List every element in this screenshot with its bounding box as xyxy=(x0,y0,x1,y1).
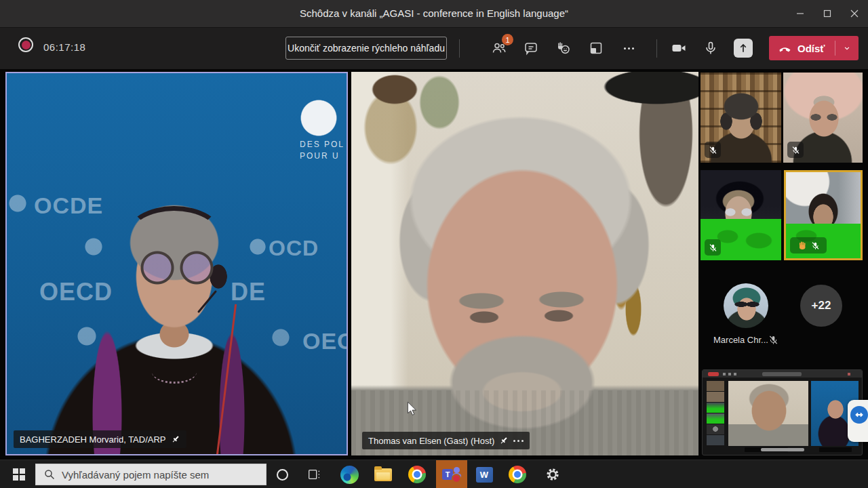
teamviewer-arrows-glyph xyxy=(853,409,865,421)
participant-name: BAGHERZADEH Morvarid, TAD/ARP xyxy=(20,434,166,445)
teamviewer-icon xyxy=(850,406,868,424)
chrome-icon xyxy=(408,466,426,483)
share-screen-button[interactable] xyxy=(734,39,753,58)
participant-name-label: BAGHERZADEH Morvarid, TAD/ARP xyxy=(14,430,186,448)
screenshare-thumbnail[interactable] xyxy=(702,369,863,455)
oecd-watermark: OCDE xyxy=(34,192,103,219)
share-screen-icon-glyph xyxy=(736,41,750,55)
title-bar: Schôdza v kanáli „AGASI - conference in … xyxy=(0,0,868,27)
video-thumbnail-2[interactable] xyxy=(783,73,863,163)
mic-slash-glyph xyxy=(791,146,800,155)
word-taskbar-button[interactable]: W xyxy=(469,460,499,488)
mini-tile-decor xyxy=(707,403,724,413)
mic-muted-icon xyxy=(768,335,778,345)
mouse-cursor xyxy=(406,401,419,416)
mini-decor xyxy=(848,373,850,375)
oecd-watermark: OECD xyxy=(39,278,113,306)
raised-hand-and-mute-badge xyxy=(790,237,827,253)
close-button[interactable] xyxy=(841,0,868,27)
mic-slash-glyph xyxy=(709,146,717,155)
chat-icon-glyph xyxy=(523,40,539,56)
mic-slash-glyph xyxy=(709,243,717,252)
mini-video-decor xyxy=(728,381,808,446)
oecd-logo-caption: DES POL xyxy=(300,140,344,149)
mini-tile-decor xyxy=(707,381,724,391)
participant-name: Marcela Chr... xyxy=(713,335,768,345)
leave-button-label: Odísť xyxy=(797,43,825,54)
teams-taskbar-button-active[interactable]: T xyxy=(436,460,467,488)
mini-label-decor xyxy=(819,447,852,452)
cortana-button[interactable] xyxy=(267,460,297,488)
necklace-decor xyxy=(152,361,197,384)
mini-record-decor xyxy=(708,372,719,376)
reactions-button[interactable] xyxy=(550,35,577,62)
teamviewer-panel-tab[interactable] xyxy=(848,400,868,442)
gear-icon xyxy=(545,466,561,483)
breakout-rooms-icon-glyph xyxy=(588,40,604,56)
video-thumbnail-4-raised-hand[interactable] xyxy=(784,170,863,260)
windows-logo-icon xyxy=(13,468,25,481)
maximize-icon-glyph xyxy=(823,9,831,18)
video-feed-bagherzadeh xyxy=(7,73,347,454)
taskbar-search-input[interactable]: Vyhľadávaný pojem napíšte sem xyxy=(35,464,267,485)
word-icon: W xyxy=(476,467,493,483)
participants-badge: 1 xyxy=(502,34,513,45)
microphone-icon-glyph xyxy=(703,40,719,56)
mini-scrollbar-decor xyxy=(761,448,804,451)
tile-more-options-icon[interactable] xyxy=(513,440,524,442)
minimize-icon-glyph xyxy=(796,9,804,18)
end-preview-button[interactable]: Ukončiť zobrazenie rýchleho náhľadu xyxy=(285,37,447,60)
leave-options-chevron[interactable] xyxy=(835,36,859,60)
chrome-taskbar-button[interactable] xyxy=(402,460,432,488)
meeting-toolbar: 06:17:18 Ukončiť zobrazenie rýchleho náh… xyxy=(0,27,868,69)
video-tile-van-elsen[interactable]: Thomas van Elsen (Gast) (Host) xyxy=(351,72,698,455)
mini-tile-decor xyxy=(707,392,724,402)
chrome2-taskbar-button[interactable] xyxy=(502,460,532,488)
camera-button[interactable] xyxy=(665,35,692,62)
toolbar-divider xyxy=(656,39,657,58)
oecd-watermark: OEC xyxy=(302,328,348,354)
window-title: Schôdza v kanáli „AGASI - conference in … xyxy=(0,0,868,27)
video-thumbnail-3[interactable] xyxy=(701,170,781,260)
raised-hand-icon xyxy=(797,241,808,251)
participant-avatar[interactable] xyxy=(724,283,768,328)
more-options-button[interactable] xyxy=(615,35,642,62)
pin-icon[interactable] xyxy=(171,434,180,444)
hangup-icon xyxy=(778,41,792,56)
oecd-logo-caption: POUR U xyxy=(300,151,340,161)
start-button[interactable] xyxy=(5,460,33,488)
mic-muted-icon xyxy=(787,142,804,158)
chat-button[interactable] xyxy=(517,35,545,62)
camera-icon-glyph xyxy=(670,40,688,56)
oecd-watermark: DE xyxy=(231,278,266,306)
breakout-rooms-button[interactable] xyxy=(583,35,610,62)
overflow-participants-badge[interactable]: +22 xyxy=(800,285,842,327)
recording-dot xyxy=(22,41,31,49)
mini-tile-decor xyxy=(707,413,724,424)
minimize-button[interactable] xyxy=(787,0,814,27)
teams-meeting-window: Schôdza v kanáli „AGASI - conference in … xyxy=(0,0,868,488)
file-explorer-taskbar-button[interactable] xyxy=(368,460,398,488)
pin-icon[interactable] xyxy=(499,436,509,445)
task-view-button[interactable] xyxy=(299,460,329,488)
search-placeholder: Vyhľadávaný pojem napíšte sem xyxy=(62,469,209,481)
microphone-button[interactable] xyxy=(697,35,724,62)
leave-button[interactable]: Odísť xyxy=(769,36,835,60)
mic-muted-icon xyxy=(705,239,721,256)
windows-taskbar: Vyhľadávaný pojem napíšte sem T xyxy=(0,460,868,488)
edge-taskbar-button[interactable] xyxy=(334,460,364,488)
mini-decor xyxy=(723,373,726,375)
more-options-icon xyxy=(624,47,634,49)
teams-icon: T xyxy=(442,466,461,483)
mic-muted-icon xyxy=(705,142,721,158)
video-thumbnail-1[interactable] xyxy=(701,73,781,163)
mini-decor xyxy=(728,373,731,375)
leave-split-button: Odísť xyxy=(769,36,859,60)
participant-name: Thomas van Elsen (Gast) (Host) xyxy=(368,436,494,446)
close-icon-glyph xyxy=(850,9,859,18)
video-tile-bagherzadeh[interactable]: OCDE OCD OECD DE OEC DES POL POUR U BAGH… xyxy=(5,72,348,455)
cortana-icon xyxy=(277,469,288,481)
settings-taskbar-button[interactable] xyxy=(538,460,568,488)
recording-indicator-icon xyxy=(18,37,33,52)
maximize-button[interactable] xyxy=(814,0,841,27)
